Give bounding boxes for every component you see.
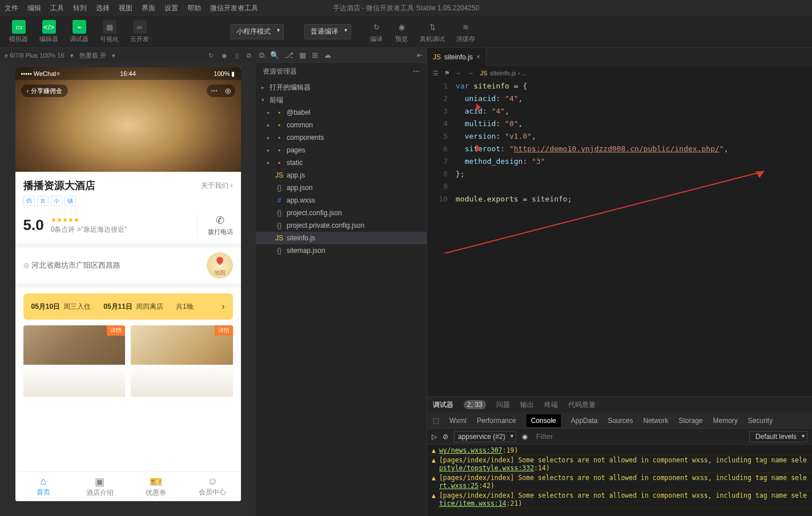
tab-item[interactable]: ⌂首页 [15,472,72,501]
devtools-tab[interactable]: Wxml [449,417,467,425]
cloud-icon[interactable]: ☁ [324,51,331,59]
clearcache-button[interactable]: ≋清缓存 [453,18,479,46]
popout-icon[interactable]: ⧉ [247,52,251,59]
menu-item[interactable]: 微信开发者工具 [210,3,258,13]
ext-icon[interactable]: ⊞ [312,51,318,59]
tab-item[interactable]: ☺会员中心 [184,472,241,501]
close-icon[interactable]: × [476,53,480,61]
share-pill[interactable]: ‹ 分享赚佣金 [21,84,69,97]
phone-icon[interactable]: ▯ [235,52,239,59]
folder-item[interactable]: ▸▪static [256,156,427,169]
collapse-icon[interactable]: ⇤ [417,51,423,59]
filter-input[interactable] [533,430,743,442]
menu-icon[interactable]: ⋯ [210,87,218,95]
back-icon[interactable]: ← [456,70,462,76]
editor-tab[interactable]: JSsiteinfo.js× [427,48,487,66]
realdebug-button[interactable]: ⇅真机调试 [416,18,448,46]
debug-tab[interactable]: 代码质量 [568,400,596,410]
map-button[interactable]: 地图 [207,252,233,279]
folder-item[interactable]: ▸▪pages [256,144,427,156]
room-card[interactable]: 详情 [131,325,233,397]
editor-button[interactable]: </>编辑器 [36,18,62,46]
menu-item[interactable]: 选择 [96,3,110,13]
address[interactable]: 河北省廊坊市广阳区西昌路 [31,260,120,271]
file-item[interactable]: {}project.private.config.json [256,219,427,232]
folder-item[interactable]: ▸▪components [256,131,427,144]
compile-dropdown[interactable]: 普通编译 [304,24,351,39]
devtools-tab[interactable]: Console [526,414,561,427]
search-icon[interactable]: 🔍 [270,51,279,59]
preview-button[interactable]: ◉预览 [391,18,412,46]
menu-item[interactable]: 编辑 [27,3,41,13]
menu-item[interactable]: 转到 [73,3,87,13]
call-button[interactable]: ✆拨打电话 [197,214,233,236]
visual-button[interactable]: ▦可视化 [97,18,122,46]
debug-tab[interactable]: 终端 [544,400,558,410]
devtools-tab[interactable]: AppData [571,417,598,425]
tab-item[interactable]: 🎫优惠券 [128,472,184,501]
file-item[interactable]: {}sitemap.json [256,244,427,257]
debug-tab[interactable]: 输出 [520,400,534,410]
levels-dropdown[interactable]: Default levels [749,431,807,442]
menu-item[interactable]: 设置 [164,3,178,13]
target-icon[interactable]: ◎ [224,87,232,95]
about-link[interactable]: 关于我们 › [201,181,232,191]
project-root[interactable]: ▾前端 [256,94,427,106]
debugger-button[interactable]: ⌁调试器 [66,18,92,46]
code-editor: JSsiteinfo.js× ☰ ⚑ ← → JSsiteinfo.js › .… [427,48,812,516]
date-picker[interactable]: 05月10日周三入住 05月11日周四离店 共1晚 › [23,293,233,320]
bookmark-icon[interactable]: ⚑ [444,70,450,77]
refresh-icon[interactable]: ↻ [208,52,214,59]
list-icon[interactable]: ☰ [433,70,439,77]
grid-icon[interactable]: ▦ [299,51,306,59]
hotreload-label[interactable]: 热重载 开 [79,51,106,60]
file-item[interactable]: {}project.config.json [256,207,427,219]
stars-icon: ★★★★★ [51,216,127,224]
block-icon[interactable]: ⊘ [443,433,448,441]
tab-item[interactable]: ▣酒店介绍 [71,472,128,501]
branch-icon[interactable]: ⎇ [285,51,294,59]
fwd-icon[interactable]: → [468,70,474,76]
menu-item[interactable]: 帮助 [187,3,201,13]
devtools-tab[interactable]: Security [748,417,773,425]
file-item[interactable]: {}app.json [256,182,427,194]
menu-item[interactable]: 视图 [119,3,132,13]
eye-icon[interactable]: ◉ [522,433,528,441]
devtools-tab[interactable]: Performance [477,417,516,425]
devtools-tab[interactable]: Network [643,417,668,425]
device-label[interactable]: e 6/7/8 Plus 100% 16 [5,52,65,59]
devtools-tab[interactable]: Storage [678,417,702,425]
files-icon[interactable]: ⧉ [259,51,264,60]
run-icon[interactable]: ▷ [432,433,437,441]
mode-dropdown[interactable]: 小程序模式 [230,24,284,39]
compile-button[interactable]: ↻编译 [366,18,387,46]
simulator-panel: e 6/7/8 Plus 100% 16▾ 热重载 开▾ ↻◉▯⧉ ••••• … [0,48,256,516]
rating-text[interactable]: 0条点评 >"靠近海边很近" [51,225,127,235]
file-item[interactable]: #app.wxss [256,194,427,207]
menu-item[interactable]: 界面 [142,3,155,13]
phone-icon: ✆ [208,214,233,227]
file-item[interactable]: JSapp.js [256,169,427,182]
debug-tab[interactable]: 问题 [496,400,510,410]
tag: 仿 [23,196,35,206]
inspect-icon[interactable]: ⬚ [433,417,439,425]
more-icon[interactable]: ⋯ [413,67,420,75]
debug-tab[interactable]: 2, 33 [464,400,486,409]
folder-item[interactable]: ▸▪common [256,119,427,131]
record-icon[interactable]: ◉ [222,52,227,59]
devtools-tab[interactable]: Memory [713,417,738,425]
simulator-button[interactable]: ▭模拟器 [6,18,31,46]
scope-dropdown[interactable]: appservice (#2) [454,431,516,442]
file-item[interactable]: JSsiteinfo.js [256,232,427,244]
devtools-tab[interactable]: Sources [608,417,633,425]
debug-tab[interactable]: 调试器 [433,400,453,410]
room-card[interactable]: 详情 [23,325,126,397]
explorer-title: 资源管理器 [263,67,297,76]
menu-item[interactable]: 工具 [50,3,64,13]
cloud-button[interactable]: ∞云开发 [127,18,152,46]
open-editors-section[interactable]: ▸打开的编辑器 [256,81,427,94]
capsule[interactable]: ⋯◎ [207,84,235,97]
folder-item[interactable]: ▸▪@babel [256,106,427,119]
breadcrumb[interactable]: JSsiteinfo.js › ... [480,70,527,76]
menu-item[interactable]: 文件 [5,3,18,13]
